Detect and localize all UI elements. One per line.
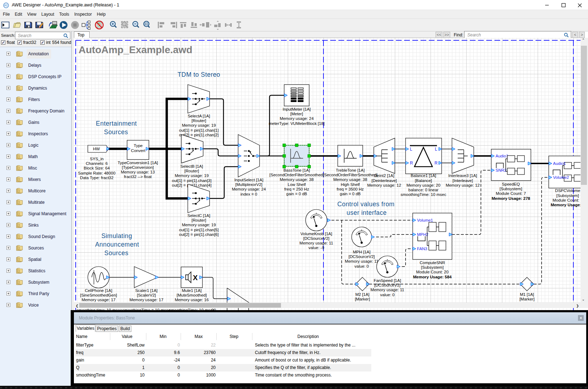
svg-text:InputSelect [1A]: InputSelect [1A]: [234, 178, 263, 182]
svg-text:gain = 0 dB: gain = 0 dB: [286, 192, 307, 196]
svg-text:Memory Usage: 278: Memory Usage: 278: [492, 196, 531, 201]
svg-text:SelectA [1A]: SelectA [1A]: [188, 114, 210, 118]
svg-text:Memory usage: 24: Memory usage: 24: [232, 187, 266, 191]
svg-text:Memory Usage: 584: Memory Usage: 584: [413, 275, 452, 279]
svg-text:out[1] = pin[1].chan[3]: out[1] = pin[1].chan[3]: [172, 178, 212, 183]
svg-text:SpeedEQ: SpeedEQ: [502, 182, 520, 186]
svg-text:Module Count: 5: Module Count: 5: [553, 198, 581, 202]
svg-text:Memory usage: 19: Memory usage: 19: [182, 123, 216, 127]
svg-text:Data Type: fract32: Data Type: fract32: [80, 176, 114, 180]
svg-text:[ScalerV2]: [ScalerV2]: [137, 293, 156, 297]
svg-text:Memory usage: 11: Memory usage: 11: [300, 241, 333, 245]
svg-text:SelectC [1A]: SelectC [1A]: [187, 213, 210, 218]
svg-text:Sources: Sources: [104, 128, 128, 136]
svg-text:Mute1 [1A]: Mute1 [1A]: [182, 288, 202, 293]
svg-text:[DCSourceV2]: [DCSourceV2]: [303, 236, 330, 241]
svg-text:Entertainment: Entertainment: [96, 120, 137, 127]
svg-text:Memory usage: 38: Memory usage: 38: [280, 177, 313, 182]
svg-text:[Marker]: [Marker]: [355, 297, 370, 301]
svg-text:[SineSmoothedGen]: [SineSmoothedGen]: [80, 293, 117, 297]
svg-text:freq = 250 Hz: freq = 250 Hz: [284, 187, 309, 191]
svg-text:AutoAmp_Example.awd: AutoAmp_Example.awd: [79, 44, 192, 55]
svg-text:MPH2: MPH2: [417, 232, 428, 237]
svg-text:value: 0: value: 0: [380, 293, 394, 297]
svg-text:[Deinterleave]: [Deinterleave]: [372, 178, 397, 183]
svg-text:out[1] = pin[1].chan[5]: out[1] = pin[1].chan[5]: [179, 228, 219, 232]
svg-text:Memory usage: 11: Memory usage: 11: [371, 288, 404, 292]
svg-text:R: R: [410, 161, 413, 166]
svg-text:Sources: Sources: [104, 249, 128, 257]
svg-text:Volume2: Volume2: [553, 175, 569, 180]
svg-text:Memory usage: 12: Memory usage: 12: [367, 183, 401, 187]
svg-text:BassTone [1A]: BassTone [1A]: [283, 168, 310, 172]
svg-text:High Shelf: High Shelf: [341, 182, 360, 187]
svg-text:Memory usage: 17: Memory usage: 17: [81, 298, 115, 302]
svg-text:Volume1: Volume1: [417, 218, 433, 222]
svg-text:Memory usage: 19: Memory usage: 19: [182, 223, 216, 227]
svg-text:freq = 3500 Hz: freq = 3500 Hz: [337, 187, 364, 191]
svg-text:[Meter]: [Meter]: [290, 112, 303, 116]
svg-text:Low Shelf: Low Shelf: [288, 182, 306, 187]
svg-text:[DCSourceV2]: [DCSourceV2]: [374, 283, 401, 287]
svg-text:Interleave3 [1A]: Interleave3 [1A]: [448, 173, 477, 178]
svg-text:ComputeSNR: ComputeSNR: [420, 261, 445, 265]
svg-text:Module Count: 7: Module Count: 7: [496, 191, 526, 196]
svg-text:value: 0: value: 0: [355, 264, 369, 268]
svg-text:TrebleTone [1A]: TrebleTone [1A]: [336, 168, 365, 172]
svg-text:balance: 0 linear: balance: 0 linear: [408, 188, 439, 192]
svg-text:CellPhone [1A]: CellPhone [1A]: [85, 288, 112, 293]
svg-text:M2 [1A]: M2 [1A]: [355, 292, 370, 297]
svg-text:[Router]: [Router]: [192, 218, 206, 222]
svg-text:SYS_in: SYS_in: [90, 157, 104, 161]
svg-text:MPH [1A]: MPH [1A]: [353, 250, 370, 254]
svg-text:Memory usage: 11: Memory usage: 11: [345, 259, 378, 263]
svg-text:[Subsystem]: [Subsystem]: [499, 187, 522, 191]
svg-text:[Subsystem]: [Subsystem]: [421, 265, 443, 269]
svg-text:SNR2: SNR2: [496, 168, 507, 172]
svg-text:out[1] = pin[1].chan[1]: out[1] = pin[1].chan[1]: [179, 128, 219, 132]
svg-text:[MultiplexorV2]: [MultiplexorV2]: [235, 182, 262, 187]
svg-text:Announcement: Announcement: [95, 241, 139, 248]
svg-text:value: -9: value: -9: [308, 246, 324, 250]
svg-text:Memory usage: 12: Memory usage: 12: [446, 183, 479, 187]
svg-text:Memory usage: 38: Memory usage: 38: [333, 177, 367, 182]
svg-text:Memory usage: 19: Memory usage: 19: [175, 173, 208, 178]
svg-text:[Marker]: [Marker]: [519, 297, 534, 301]
svg-text:Memory usage: 16: Memory usage: 16: [175, 298, 208, 302]
svg-text:Audio1: Audio1: [496, 154, 508, 158]
svg-text:SelectB [1A]: SelectB [1A]: [180, 164, 203, 168]
svg-text:FanSpeed [1A]: FanSpeed [1A]: [374, 278, 401, 283]
svg-text:InputMeter [1A]: InputMeter [1A]: [283, 107, 311, 111]
svg-text:Control values from: Control values from: [337, 201, 394, 208]
svg-text:Channels: 6: Channels: 6: [86, 161, 107, 166]
svg-text:Simulating: Simulating: [101, 232, 132, 239]
svg-text:M1 [1A]: M1 [1A]: [520, 292, 534, 297]
svg-text:FAN3: FAN3: [417, 247, 427, 251]
svg-text:[Subsystem]: [Subsystem]: [556, 193, 579, 198]
svg-text:L: L: [435, 147, 437, 152]
svg-text:Type: Type: [134, 143, 143, 148]
svg-text:Memory Usage: 5: Memory Usage: 5: [551, 203, 581, 207]
svg-text:VolumeKnob [1A]: VolumeKnob [1A]: [301, 232, 332, 236]
svg-text:[SecondOrderFilterSmoothed]: [SecondOrderFilterSmoothed]: [270, 173, 324, 177]
svg-text:HW: HW: [93, 147, 100, 151]
svg-text:Memory usage: 24: Memory usage: 24: [280, 116, 314, 121]
svg-text:Memory usage: 17: Memory usage: 17: [129, 298, 163, 302]
svg-text:[SecondOrderFilterSmoothed]: [SecondOrderFilterSmoothed]: [323, 173, 378, 177]
svg-text:smoothingTime: 10 msec: smoothingTime: 10 msec: [401, 192, 446, 197]
svg-text:[DCSourceV2]: [DCSourceV2]: [348, 254, 375, 259]
svg-text:user interface: user interface: [347, 209, 387, 216]
svg-text:out[2] = pin[1].chan[6]: out[2] = pin[1].chan[6]: [179, 232, 219, 237]
svg-text:Balance1 [1A]: Balance1 [1A]: [411, 173, 436, 178]
svg-text:Block Size: 64: Block Size: 64: [84, 166, 110, 170]
svg-text:TypeConversion1 [1A]: TypeConversion1 [1A]: [117, 161, 158, 165]
svg-text:[MuteSmoothed]: [MuteSmoothed]: [177, 293, 207, 297]
svg-text:Memory usage: 13: Memory usage: 13: [121, 170, 155, 174]
svg-text:[Interleave]: [Interleave]: [453, 178, 473, 183]
svg-text:Scaler1 [1A]: Scaler1 [1A]: [135, 288, 158, 293]
svg-text:Convert: Convert: [131, 148, 146, 153]
svg-text:gain = 0 dB: gain = 0 dB: [340, 192, 361, 196]
svg-text:[Router]: [Router]: [185, 169, 199, 173]
svg-text:DSPCVolume: DSPCVolume: [555, 188, 580, 193]
svg-text:X: X: [193, 274, 198, 282]
